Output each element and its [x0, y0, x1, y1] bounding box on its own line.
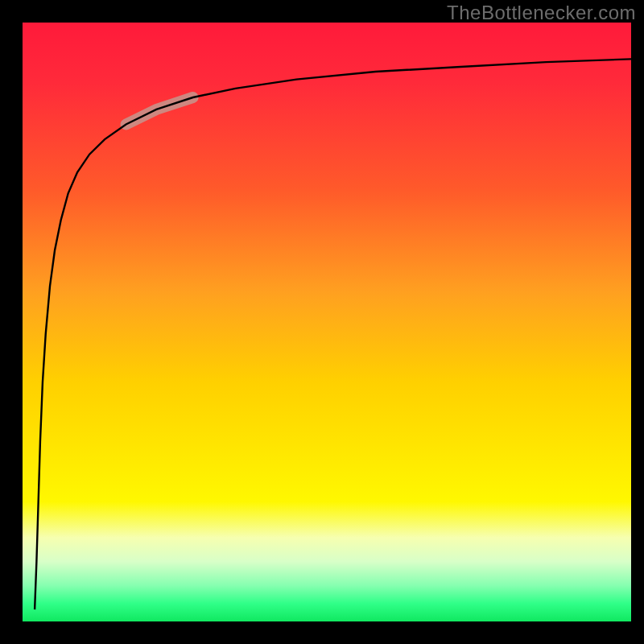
- curve-layer: [23, 23, 631, 621]
- chart-root: TheBottlenecker.com: [0, 0, 644, 644]
- attribution-label: TheBottlenecker.com: [447, 2, 636, 24]
- plot-area: [23, 23, 631, 621]
- curve-highlight: [126, 97, 193, 124]
- bottleneck-curve: [35, 59, 631, 609]
